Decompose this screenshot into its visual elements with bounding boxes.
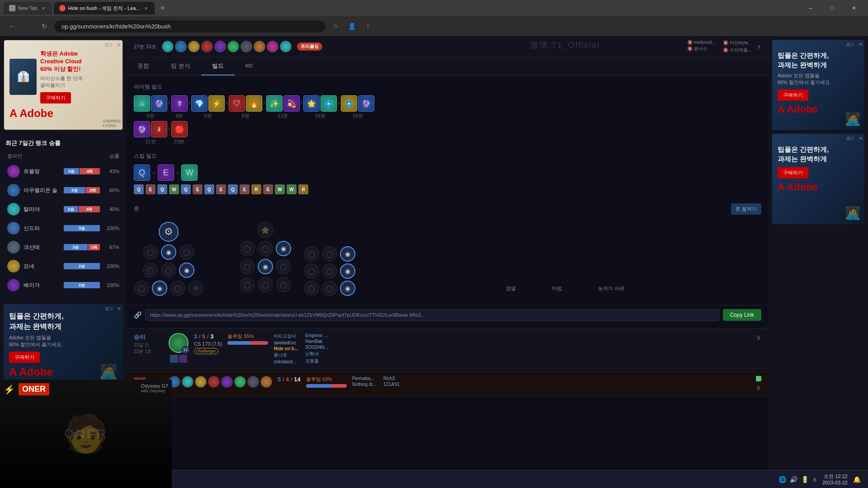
- rad1-purchase-btn[interactable]: 구매하기: [778, 89, 808, 101]
- item-4-0[interactable]: ✨: [266, 95, 283, 112]
- mr-2[interactable]: SOOD4N...: [305, 345, 328, 350]
- ml-4[interactable]: zcksdasd...: [274, 359, 298, 364]
- battery-icon[interactable]: 🔋: [801, 476, 809, 483]
- ad2-close-btn[interactable]: ✕: [117, 306, 121, 312]
- rank-row-5[interactable]: 요네 2승 100%: [5, 257, 121, 275]
- item-2-0[interactable]: 💎: [191, 95, 208, 112]
- tab-build[interactable]: 빌드: [201, 57, 235, 75]
- rune-extra-4[interactable]: ◯: [322, 263, 337, 279]
- item-2-1[interactable]: ⚡: [208, 95, 225, 112]
- tab-jonghab[interactable]: 종합: [127, 57, 160, 75]
- skill-q-icon[interactable]: Q: [134, 164, 150, 181]
- item-6-0[interactable]: 💠: [341, 95, 357, 112]
- item-3-0[interactable]: 🛡: [229, 95, 245, 112]
- rune-1-1[interactable]: ◉: [161, 244, 176, 260]
- minimize-button[interactable]: ─: [800, 2, 821, 14]
- item-7-1[interactable]: 2: [151, 121, 167, 137]
- rune-t2-5[interactable]: ◯: [276, 259, 291, 274]
- item-7-0[interactable]: 🔮: [134, 121, 150, 137]
- notifications-icon[interactable]: 🔔: [853, 476, 861, 483]
- m2-mr-1[interactable]: 1Z1AS1: [383, 382, 400, 387]
- reload-button[interactable]: ↻: [38, 20, 51, 33]
- rune-t2-3[interactable]: ◯: [240, 259, 255, 274]
- tab-close-2[interactable]: ✕: [143, 5, 149, 11]
- rune-t2-1[interactable]: ◯: [258, 241, 273, 256]
- chevron-icon[interactable]: ∧: [812, 476, 817, 483]
- rank-row-2[interactable]: 탈리야 2승 3패 40%: [5, 200, 121, 218]
- item-4-1[interactable]: 💫: [283, 95, 300, 112]
- ml-0[interactable]: 어리고싶다: [274, 333, 298, 339]
- url-bar[interactable]: op.gg/summoners/kr/hide%20on%20bush: [54, 20, 326, 33]
- tab-new-tab[interactable]: New Tab ✕: [4, 2, 52, 14]
- maximize-button[interactable]: □: [822, 2, 843, 14]
- ml-3[interactable]: 종나쪼: [274, 352, 298, 358]
- forward-button[interactable]: →: [22, 20, 34, 33]
- ml-1[interactable]: qweasdcxz: [274, 340, 298, 345]
- rune-expand-button[interactable]: 룬 펼쳐기: [731, 203, 761, 215]
- match-card-1: 승리 22일 전 22분 1초 12: [127, 328, 769, 369]
- volume-icon[interactable]: 🔊: [790, 476, 797, 483]
- settings-button[interactable]: ⋮: [362, 20, 374, 33]
- tab-close-1[interactable]: ✕: [40, 5, 47, 11]
- match-expand-1[interactable]: ∨: [756, 333, 761, 342]
- ad-purchase-btn[interactable]: 구매하기: [40, 92, 71, 103]
- item-row-2: 🔮 2 21분 › 🔴 23분: [134, 121, 761, 145]
- rune-extra-5[interactable]: ◉: [340, 263, 355, 279]
- rune-extra-3[interactable]: ◯: [304, 263, 319, 279]
- tab-team-analysis[interactable]: 팀 분석: [160, 57, 201, 75]
- item-6-1[interactable]: 🔮: [358, 95, 374, 112]
- rad2-purchase-btn[interactable]: 구매하기: [778, 167, 808, 178]
- rune-extra-2[interactable]: ◉: [340, 246, 355, 262]
- winrate-blue-bar-1: [227, 341, 250, 345]
- profile-button[interactable]: 👤: [345, 20, 358, 33]
- mr-4[interactable]: 요동철: [305, 358, 328, 364]
- m2-ml-0[interactable]: Permaba...: [352, 376, 376, 381]
- item-0-1[interactable]: 🔮: [151, 95, 167, 112]
- rune-1-2[interactable]: ◯: [179, 244, 194, 260]
- tab-etc[interactable]: etc: [235, 57, 264, 75]
- rune-2-0[interactable]: ◯: [143, 263, 158, 278]
- rune-t2-4[interactable]: ◉: [258, 259, 273, 274]
- rank-row-0[interactable]: 르블랑 3승 4패 43%: [5, 162, 121, 180]
- rune-1-0[interactable]: ◯: [143, 244, 158, 260]
- rad2-close[interactable]: ✕: [859, 136, 863, 141]
- left-ad-content: 광고 ✕ 👔 학생은 AdobeCreative Cloud60% 이상 할인!…: [4, 40, 123, 130]
- m2-mr-0[interactable]: Rich3: [383, 376, 400, 381]
- rank-row-4[interactable]: 크산테 2승 1패 67%: [5, 238, 121, 256]
- item-1-0[interactable]: 🗡: [171, 95, 188, 112]
- rune-t2-0[interactable]: ◯: [240, 241, 255, 256]
- rune-extra-1[interactable]: ◯: [322, 246, 337, 262]
- rune-tree2-icon[interactable]: ⭐: [257, 222, 274, 238]
- item-5-1[interactable]: 💠: [321, 95, 337, 112]
- mr-1[interactable]: HamBak: [305, 339, 328, 344]
- rank-row-1[interactable]: 아우렐리온 솔 3승 2패 60%: [5, 181, 121, 199]
- rune-extra-0[interactable]: ◯: [304, 246, 319, 262]
- network-icon[interactable]: 🌐: [778, 476, 786, 483]
- ml-2[interactable]: Hide on b...: [274, 346, 298, 351]
- item-0-0[interactable]: ⚔: [134, 95, 150, 112]
- mr-0[interactable]: Emperor ...: [305, 333, 328, 338]
- rune-keystone[interactable]: ⚙: [159, 222, 179, 242]
- rank-row-3[interactable]: 신드라 3승 100%: [5, 219, 121, 237]
- tab-opgg[interactable]: Hide on bush - 게임 전적 - Lea... ✕: [54, 2, 155, 14]
- match-expand-2[interactable]: ∨: [756, 383, 761, 392]
- rad1-close[interactable]: ✕: [859, 42, 863, 47]
- skill-w-icon[interactable]: W: [181, 164, 198, 181]
- collapse-button[interactable]: ∧: [757, 43, 761, 50]
- bookmark-button[interactable]: ☆: [329, 20, 342, 33]
- rune-t2-2[interactable]: ◉: [276, 241, 291, 256]
- skill-e-icon[interactable]: E: [158, 164, 174, 181]
- new-tab-button[interactable]: +: [156, 2, 169, 14]
- ad2-purchase-btn[interactable]: 구매하기: [9, 352, 40, 363]
- close-button[interactable]: ✕: [844, 2, 864, 14]
- mr-3[interactable]: 난화내: [305, 351, 328, 357]
- item-3-1[interactable]: 🔥: [246, 95, 262, 112]
- item-5-0[interactable]: 🌟: [303, 95, 320, 112]
- back-button[interactable]: ←: [5, 20, 18, 33]
- rune-2-2[interactable]: ◉: [179, 263, 194, 278]
- ad-close-btn[interactable]: ✕: [117, 42, 121, 48]
- item-8-0[interactable]: 🔴: [171, 121, 188, 137]
- rune-2-1[interactable]: ◯: [161, 263, 176, 278]
- copy-link-button[interactable]: Copy Link: [723, 309, 761, 321]
- m2-ml-1[interactable]: Nothing di...: [352, 382, 376, 387]
